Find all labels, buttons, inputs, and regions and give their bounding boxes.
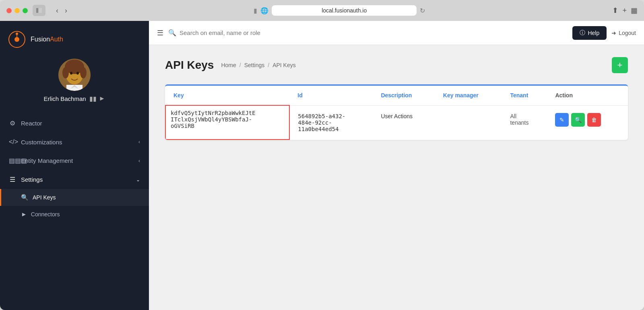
sidebar-item-api-keys-label: API Keys bbox=[33, 194, 56, 201]
api-key-value: kdfvQ5ytIytNrR2pbaWwkEJtEITclxQsjVWbQl4y… bbox=[165, 105, 289, 140]
new-tab-btn[interactable]: + bbox=[622, 6, 627, 15]
sidebar-item-reactor-label: Reactor bbox=[21, 120, 42, 127]
breadcrumb-settings: Settings bbox=[244, 62, 265, 68]
maximize-dot[interactable] bbox=[23, 8, 28, 13]
close-dot[interactable] bbox=[6, 8, 12, 13]
svg-rect-1 bbox=[39, 8, 42, 13]
window-controls bbox=[6, 8, 28, 13]
api-keys-table-card: Key Id Description Key manager Tenant Ac… bbox=[165, 84, 628, 140]
user-card-icon[interactable]: ▮▮ bbox=[89, 95, 97, 103]
col-id: Id bbox=[289, 86, 373, 105]
page-title: API Keys bbox=[165, 59, 214, 72]
table-row: kdfvQ5ytIytNrR2pbaWwkEJtEITclxQsjVWbQl4y… bbox=[165, 105, 628, 140]
customizations-icon: </> bbox=[9, 138, 16, 146]
svg-point-3 bbox=[14, 37, 19, 42]
logout-button[interactable]: ➜ Logout bbox=[611, 30, 636, 36]
api-key-id: 564892b5-a432-484e-92cc-11a0be44ed54 bbox=[289, 105, 373, 140]
main-content: ☰ 🔍 ⓘ Help ➜ Logout A bbox=[149, 21, 644, 310]
nav-buttons: ‹ › bbox=[54, 5, 70, 16]
refresh-btn[interactable]: ↻ bbox=[420, 7, 425, 14]
back-btn[interactable]: ‹ bbox=[54, 5, 61, 16]
col-key-manager: Key manager bbox=[435, 86, 502, 105]
table-header-row: Key Id Description Key manager Tenant Ac… bbox=[165, 86, 628, 105]
plus-icon: + bbox=[617, 60, 623, 70]
sidebar-item-settings[interactable]: ☰ Settings ⌄ bbox=[0, 170, 149, 189]
search-wrapper: 🔍 bbox=[168, 29, 568, 37]
forward-btn[interactable]: › bbox=[62, 5, 70, 16]
api-keys-table: Key Id Description Key manager Tenant Ac… bbox=[165, 86, 628, 140]
col-description: Description bbox=[373, 86, 435, 105]
entity-management-icon: ▤▤▤ bbox=[9, 157, 16, 164]
breadcrumb-current: API Keys bbox=[272, 62, 296, 68]
col-key: Key bbox=[165, 86, 289, 105]
help-button[interactable]: ⓘ Help bbox=[572, 26, 607, 40]
delete-button[interactable]: 🗑 bbox=[587, 113, 601, 127]
user-action-icons[interactable]: ▮▮ ► bbox=[89, 95, 105, 103]
add-api-key-button[interactable]: + bbox=[612, 57, 628, 73]
col-tenant: Tenant bbox=[502, 86, 547, 105]
avatar bbox=[58, 59, 91, 91]
customizations-chevron: ‹ bbox=[138, 139, 140, 145]
shield-icon: ▮ bbox=[254, 7, 257, 14]
search-icon: 🔍 bbox=[168, 29, 176, 37]
sidebar-item-entity-management-label: Entity Management bbox=[21, 157, 73, 164]
svg-point-4 bbox=[16, 33, 18, 35]
api-key-tenant: Alltenants bbox=[502, 105, 547, 140]
sidebar-item-api-keys[interactable]: 🔍 API Keys bbox=[0, 189, 149, 206]
sidebar-item-reactor[interactable]: ⚙ Reactor bbox=[0, 114, 149, 133]
minimize-dot[interactable] bbox=[14, 8, 20, 13]
sidebar-toggle-btn[interactable] bbox=[33, 5, 45, 16]
view-button[interactable]: 🔍 bbox=[571, 113, 585, 127]
share-btn[interactable]: ⬆ bbox=[612, 6, 618, 15]
svg-point-9 bbox=[62, 67, 69, 78]
help-circle-icon: ⓘ bbox=[580, 29, 585, 37]
breadcrumb-home: Home bbox=[221, 62, 236, 68]
breadcrumb: Home / Settings / API Keys bbox=[221, 62, 295, 68]
brand-logo bbox=[8, 31, 26, 48]
brand-area: FusionAuth bbox=[0, 21, 149, 55]
brand-auth: Auth bbox=[50, 36, 63, 43]
settings-chevron: ⌄ bbox=[136, 177, 140, 183]
page-header: API Keys Home / Settings / API Keys + bbox=[165, 57, 628, 73]
logout-button-label: Logout bbox=[619, 30, 636, 36]
edit-button[interactable]: ✎ bbox=[555, 113, 569, 127]
address-bar[interactable] bbox=[272, 5, 417, 16]
svg-point-10 bbox=[80, 67, 87, 78]
globe-icon: 🌐 bbox=[260, 7, 268, 14]
user-info: Erlich Bachman ▮▮ ► bbox=[44, 95, 105, 103]
tabs-btn[interactable]: ▦ bbox=[631, 6, 638, 15]
breadcrumb-sep-2: / bbox=[268, 62, 269, 68]
help-button-label: Help bbox=[588, 30, 599, 36]
sidebar-item-customizations[interactable]: </> Customizations ‹ bbox=[0, 133, 149, 151]
sidebar-item-customizations-label: Customizations bbox=[21, 139, 62, 146]
api-key-actions: ✎ 🔍 🗑 bbox=[547, 105, 628, 140]
user-name: Erlich Bachman bbox=[44, 95, 86, 102]
page-title-area: API Keys Home / Settings / API Keys bbox=[165, 59, 296, 72]
api-key-description: User Actions bbox=[373, 105, 435, 140]
action-buttons-row: ✎ 🔍 🗑 bbox=[555, 113, 620, 127]
reactor-icon: ⚙ bbox=[9, 119, 16, 127]
sidebar-item-entity-management[interactable]: ▤▤▤ Entity Management ‹ bbox=[0, 151, 149, 170]
page-content: API Keys Home / Settings / API Keys + bbox=[149, 45, 644, 310]
api-keys-icon: 🔍 bbox=[21, 194, 29, 201]
entity-management-chevron: ‹ bbox=[138, 158, 140, 164]
user-location-icon[interactable]: ► bbox=[99, 95, 105, 103]
search-input[interactable] bbox=[180, 29, 568, 36]
sidebar-item-settings-label: Settings bbox=[21, 176, 43, 183]
brand-fusion: Fusion bbox=[31, 36, 50, 43]
svg-point-11 bbox=[70, 72, 72, 75]
col-action: Action bbox=[547, 86, 628, 105]
avatar-image bbox=[58, 59, 91, 91]
svg-rect-0 bbox=[36, 8, 38, 13]
menu-toggle-btn[interactable]: ☰ bbox=[157, 29, 163, 37]
top-bar: ☰ 🔍 ⓘ Help ➜ Logout bbox=[149, 21, 644, 45]
settings-icon: ☰ bbox=[9, 176, 16, 183]
browser-action-buttons: ⬆ + ▦ bbox=[612, 6, 638, 15]
sidebar-item-connectors[interactable]: ► Connectors bbox=[0, 206, 149, 222]
sidebar: FusionAuth bbox=[0, 21, 149, 310]
breadcrumb-sep-1: / bbox=[239, 62, 241, 68]
connectors-icon: ► bbox=[21, 211, 27, 218]
svg-point-12 bbox=[76, 72, 79, 75]
user-avatar-section: Erlich Bachman ▮▮ ► bbox=[0, 55, 149, 111]
brand-name: FusionAuth bbox=[31, 36, 63, 43]
